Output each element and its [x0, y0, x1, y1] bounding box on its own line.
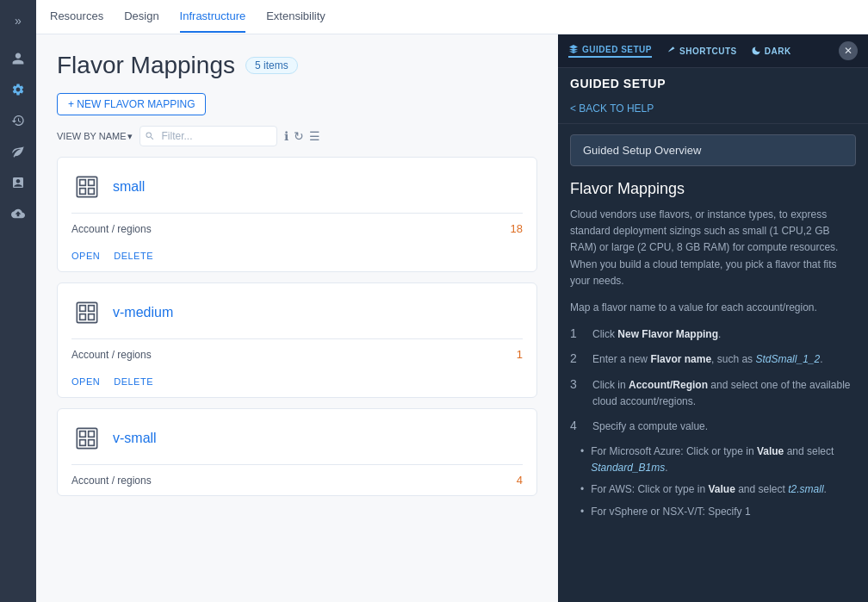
back-to-help-button[interactable]: < BACK TO HELP — [558, 97, 868, 124]
sidebar-icon-upload[interactable] — [4, 200, 32, 227]
new-flavor-mapping-button[interactable]: + NEW FLAVOR MAPPING — [57, 93, 206, 115]
list-view-icon[interactable]: ☰ — [309, 129, 320, 143]
panel-title: GUIDED SETUP — [558, 68, 868, 97]
bullet-item-aws: • For AWS: Click or type in Value and se… — [580, 481, 856, 498]
sidebar: » — [0, 0, 36, 602]
bullet-list: • For Microsoft Azure: Click or type in … — [580, 444, 856, 520]
flavor-meta-value-small: 18 — [511, 222, 523, 235]
flavor-card-v-small: v-small Account / regions 4 — [57, 408, 537, 496]
dark-mode-tab[interactable]: DARK — [751, 46, 791, 56]
svg-rect-6 — [80, 306, 86, 312]
svg-rect-13 — [80, 440, 86, 446]
panel-close-button[interactable]: ✕ — [839, 41, 858, 60]
flavor-meta-value-v-small: 4 — [517, 474, 523, 487]
panel-step-2: 2 Enter a new Flavor name, such as StdSm… — [570, 351, 856, 368]
step-num-4: 4 — [570, 419, 584, 432]
flavor-actions-v-medium: OPEN DELETE — [58, 369, 536, 397]
step-text-4: Specify a compute value. — [592, 419, 708, 435]
page-title: Flavor Mappings — [57, 52, 235, 79]
bullet-text-vsphere: For vSphere or NSX-V/T: Specify 1 — [591, 504, 750, 520]
delete-small-button[interactable]: DELETE — [114, 251, 153, 261]
flavor-meta-label-small: Account / regions — [71, 223, 152, 235]
flavor-meta-small: Account / regions 18 — [58, 214, 536, 244]
view-by-dropdown[interactable]: VIEW BY NAME ▾ — [57, 131, 133, 142]
bullet-text-azure: For Microsoft Azure: Click or type in Va… — [591, 444, 856, 476]
flavor-icon-small — [71, 171, 102, 202]
panel-map-description: Map a flavor name to a value for each ac… — [570, 300, 856, 316]
panel-description: Cloud vendors use flavors, or instance t… — [570, 207, 856, 289]
flavor-card-small-header: small — [58, 158, 536, 213]
panel-body: Flavor Mappings Cloud vendors use flavor… — [558, 177, 868, 602]
svg-rect-1 — [80, 180, 86, 186]
right-panel: GUIDED SETUP SHORTCUTS DARK ✕ GUIDED SET… — [558, 34, 868, 602]
bullet-dot-2: • — [580, 481, 584, 498]
sidebar-icon-users[interactable] — [4, 45, 32, 72]
svg-rect-9 — [89, 314, 95, 320]
flavor-meta-label-v-medium: Account / regions — [71, 349, 152, 361]
tab-infrastructure[interactable]: Infrastructure — [180, 1, 246, 33]
filter-input[interactable] — [140, 126, 277, 146]
bullet-item-azure: • For Microsoft Azure: Click or type in … — [580, 444, 856, 476]
action-bar: + NEW FLAVOR MAPPING — [57, 93, 537, 115]
flavor-meta-label-v-small: Account / regions — [71, 475, 152, 487]
delete-v-medium-button[interactable]: DELETE — [114, 376, 153, 387]
flavor-card-small: small Account / regions 18 OPEN DELETE — [57, 157, 537, 272]
flavor-card-v-small-header: v-small — [58, 409, 536, 464]
filter-input-wrap — [140, 126, 277, 146]
svg-rect-7 — [89, 306, 95, 312]
open-v-medium-button[interactable]: OPEN — [71, 376, 100, 387]
bullet-dot-1: • — [580, 444, 584, 476]
sidebar-expand-icon[interactable]: » — [4, 7, 32, 34]
search-icon — [145, 131, 155, 141]
dark-mode-icon — [751, 46, 761, 56]
flavor-name-small[interactable]: small — [113, 179, 145, 195]
guided-setup-tab[interactable]: GUIDED SETUP — [568, 44, 652, 58]
chevron-down-icon: ▾ — [127, 131, 133, 142]
view-by-label: VIEW BY NAME — [57, 131, 126, 141]
flavor-icon-v-small — [71, 423, 102, 454]
svg-rect-4 — [89, 189, 95, 195]
step-num-2: 2 — [570, 351, 584, 365]
svg-rect-12 — [89, 431, 95, 438]
step-text-2: Enter a new Flavor name, such as StdSmal… — [592, 351, 823, 368]
bullet-item-vsphere: • For vSphere or NSX-V/T: Specify 1 — [580, 504, 856, 520]
tab-extensibility[interactable]: Extensibility — [266, 1, 326, 33]
step-text-1: Click New Flavor Mapping. — [592, 326, 721, 343]
flavor-card-v-medium: v-medium Account / regions 1 OPEN DELETE — [57, 282, 537, 398]
content-wrapper: Flavor Mappings 5 items + NEW FLAVOR MAP… — [36, 34, 868, 602]
page-header: Flavor Mappings 5 items — [57, 52, 537, 79]
guided-setup-overview-button[interactable]: Guided Setup Overview — [570, 134, 856, 166]
flavor-name-v-medium[interactable]: v-medium — [113, 305, 173, 320]
svg-rect-14 — [89, 440, 95, 446]
shortcuts-tab[interactable]: SHORTCUTS — [666, 46, 737, 56]
step-text-3: Click in Account/Region and select one o… — [592, 377, 856, 410]
flavor-meta-value-v-medium: 1 — [517, 348, 523, 361]
guided-setup-icon — [568, 44, 579, 54]
tab-design[interactable]: Design — [124, 1, 158, 33]
sidebar-icon-chart[interactable] — [4, 169, 32, 196]
panel-step-1: 1 Click New Flavor Mapping. — [570, 326, 856, 343]
open-small-button[interactable]: OPEN — [71, 251, 100, 261]
panel-section-title: Flavor Mappings — [570, 180, 856, 198]
filter-actions: ℹ ↻ ☰ — [284, 129, 320, 143]
sidebar-icon-settings[interactable] — [4, 76, 32, 103]
tab-resources[interactable]: Resources — [50, 1, 103, 33]
info-icon[interactable]: ℹ — [284, 129, 288, 143]
panel-topbar-left: GUIDED SETUP SHORTCUTS DARK — [568, 44, 791, 58]
flavor-actions-small: OPEN DELETE — [58, 244, 536, 271]
main-area: Resources Design Infrastructure Extensib… — [36, 0, 868, 602]
bullet-text-aws: For AWS: Click or type in Value and sele… — [591, 481, 827, 498]
flavor-card-v-medium-header: v-medium — [58, 283, 536, 338]
shortcuts-icon — [666, 46, 676, 56]
top-nav: Resources Design Infrastructure Extensib… — [36, 0, 868, 34]
panel-topbar: GUIDED SETUP SHORTCUTS DARK ✕ — [558, 34, 868, 68]
panel-step-3: 3 Click in Account/Region and select one… — [570, 377, 856, 410]
flavor-meta-v-small: Account / regions 4 — [58, 465, 536, 495]
bullet-dot-3: • — [580, 504, 584, 520]
sidebar-icon-history[interactable] — [4, 107, 32, 134]
panel-step-4: 4 Specify a compute value. — [570, 419, 856, 435]
flavor-name-v-small[interactable]: v-small — [113, 431, 157, 446]
svg-rect-11 — [80, 431, 86, 438]
sidebar-icon-cube[interactable] — [4, 138, 32, 165]
refresh-icon[interactable]: ↻ — [294, 129, 304, 143]
